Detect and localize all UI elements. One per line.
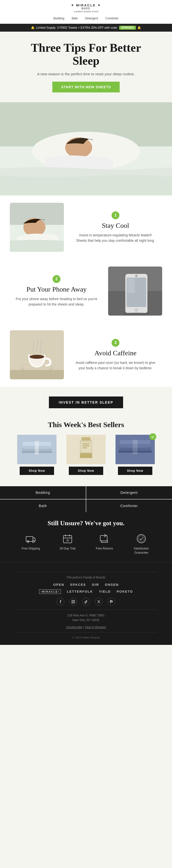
- nav-bath[interactable]: Bath: [72, 17, 78, 20]
- shop-now-button-2[interactable]: Shop Now: [69, 467, 103, 475]
- email-wrapper: ✦ MIRACLE ✦ MADE a pattern family brand …: [0, 0, 172, 645]
- twitter-icon[interactable]: [95, 598, 103, 606]
- nav-grid-bedding[interactable]: Bedding: [0, 486, 86, 499]
- tip-1-content: 1 Stay Cool Invest in temperature-regula…: [69, 209, 162, 246]
- svg-point-12: [135, 275, 138, 277]
- svg-point-18: [29, 355, 44, 359]
- svg-rect-30: [82, 445, 90, 446]
- svg-rect-32: [81, 437, 91, 441]
- promo-code: SPRING: [119, 26, 136, 30]
- tip-1-number: 1: [112, 211, 119, 219]
- shop-now-button-1[interactable]: Shop Now: [20, 467, 54, 475]
- help-features: Free Shipping 30 30-Day Trial: [10, 533, 162, 555]
- product-3: Shop Now: [113, 435, 157, 475]
- tip-2-svg: [108, 267, 162, 316]
- nav-grid-comforter[interactable]: Comforter: [86, 499, 172, 512]
- tip-1-title: Stay Cool: [74, 222, 157, 229]
- logo-sub: a pattern family brand: [74, 10, 98, 13]
- instagram-icon[interactable]: [69, 598, 77, 606]
- facebook-icon[interactable]: [56, 598, 65, 606]
- invest-button[interactable]: INVEST IN BETTER SLEEP: [49, 397, 123, 408]
- products-row: Shop Now: [5, 435, 167, 475]
- tip-3-number: 3: [112, 339, 119, 347]
- tip-2-title: Put Your Phone Away: [15, 285, 98, 293]
- product-3-image: [116, 435, 155, 464]
- product-2-image: [66, 435, 106, 464]
- bestsellers-title: This Week's Best Sellers: [5, 421, 167, 429]
- tip-3-image: [10, 330, 64, 379]
- svg-rect-25: [35, 441, 39, 454]
- brand-gir: GIR: [92, 583, 99, 587]
- product-2-svg: [66, 435, 106, 464]
- tip-3-svg: [10, 330, 64, 379]
- nav-bedding[interactable]: Bedding: [54, 17, 65, 20]
- svg-point-34: [150, 434, 155, 439]
- tip-3-content: 3 Avoid Caffeine Avoid caffeine past noo…: [69, 336, 162, 373]
- hero-subtitle: A new season is the perfect time to rese…: [20, 71, 152, 77]
- svg-rect-19: [10, 370, 64, 379]
- brand-poketo: POKETO: [117, 590, 133, 593]
- nav-bar: Bedding Bath Detergent Comforter: [5, 15, 167, 22]
- tip-1-svg: [10, 203, 64, 252]
- shipping-icon: [25, 533, 36, 545]
- star-left: ✦: [71, 3, 74, 7]
- tip-1-text: Invest in temperature-regulating Miracle…: [74, 232, 157, 244]
- brand-yield: YIELD: [99, 590, 110, 593]
- nav-comforter[interactable]: Comforter: [105, 17, 118, 20]
- guarantee-icon: [136, 533, 147, 545]
- brand-onsen: ONSEN: [105, 583, 119, 587]
- nav-grid-bath[interactable]: Bath: [0, 499, 86, 512]
- shop-now-button-3[interactable]: Shop Now: [118, 467, 152, 475]
- brand-row-2: •MIRACLE• Letterfolk YIELD POKETO: [5, 589, 167, 594]
- promo-icon-left: 🔔: [31, 26, 35, 29]
- view-browser-link[interactable]: View In Browser: [85, 625, 106, 629]
- promo-bar: 🔔 Limited Supply: 3 FREE Towels + EXTRA …: [0, 24, 172, 32]
- footer-section: The pattern Family of Brands OPEN SPACES…: [0, 562, 172, 645]
- returns-icon: [99, 533, 110, 545]
- svg-rect-51: [100, 535, 107, 541]
- product-badge: [149, 433, 156, 440]
- help-feature-trial: 30 30-Day Trial: [53, 533, 82, 555]
- tip-3-text: Avoid caffeine past noon (so hard, we kn…: [74, 360, 157, 371]
- product-1-svg: [17, 435, 56, 464]
- brand-spaces: SPACES: [70, 583, 86, 587]
- badge-icon: [150, 434, 155, 439]
- nav-detergent[interactable]: Detergent: [85, 17, 98, 20]
- start-cta-button[interactable]: START WITH NEW SHEETS: [52, 82, 120, 92]
- hero-image: [0, 102, 172, 195]
- brand-letterfolk: Letterfolk: [67, 590, 93, 593]
- svg-rect-33: [80, 453, 92, 458]
- trial-label: 30-Day Trial: [60, 547, 76, 551]
- tip-3-title: Avoid Caffeine: [74, 349, 157, 357]
- hero-section: Three Tips For Better Sleep A new season…: [0, 32, 172, 102]
- svg-point-53: [138, 536, 144, 541]
- product-3-svg: [116, 435, 155, 464]
- tip-2-number: 2: [53, 275, 60, 283]
- brand-open: OPEN: [53, 583, 65, 587]
- footer-copyright: © 2024 Pattern Brands: [5, 636, 167, 639]
- divider-1: [15, 572, 157, 572]
- pinterest-icon[interactable]: [107, 598, 116, 606]
- divider-2: [15, 610, 157, 610]
- svg-rect-54: [72, 600, 75, 603]
- social-row: [5, 598, 167, 606]
- svg-point-56: [74, 600, 74, 601]
- svg-rect-29: [82, 443, 90, 444]
- footer-address: 228 Park Ave S, PMB 73891 New York, NY 1…: [5, 613, 167, 623]
- help-feature-returns: Free Returns: [90, 533, 119, 555]
- promo-icon-right: 🔔: [137, 26, 141, 29]
- tip-1-visual: [10, 203, 64, 252]
- product-1-image: [17, 435, 56, 464]
- brand-miracle: •MIRACLE•: [39, 589, 61, 594]
- tip-3-visual: [10, 330, 64, 379]
- product-1: Shop Now: [15, 435, 59, 475]
- svg-point-55: [73, 601, 74, 602]
- hero-svg: [0, 102, 172, 195]
- logo-miracle: ✦ MIRACLE ✦: [71, 3, 101, 7]
- tiktok-icon[interactable]: [82, 598, 90, 606]
- nav-grid: Bedding Detergent Bath Comforter: [0, 486, 172, 512]
- svg-text:30: 30: [66, 539, 69, 542]
- nav-grid-detergent[interactable]: Detergent: [86, 486, 172, 499]
- unsubscribe-link[interactable]: Unsubscribe: [66, 625, 82, 629]
- brand-row-1: OPEN SPACES GIR ONSEN: [5, 583, 167, 587]
